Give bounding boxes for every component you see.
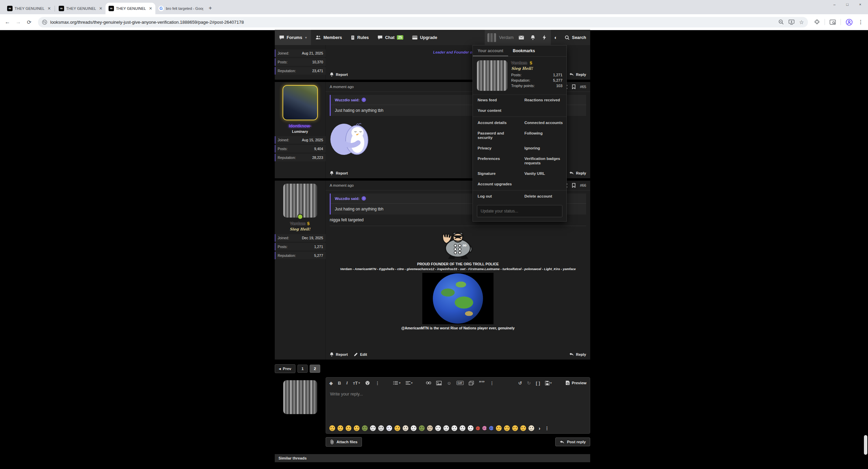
italic-icon[interactable]: I (346, 380, 348, 386)
forward-icon[interactable]: → (13, 19, 24, 25)
insert-image-icon[interactable] (436, 381, 442, 385)
avatar[interactable] (283, 380, 317, 414)
preview-button[interactable]: Preview (565, 381, 586, 385)
reply-input[interactable]: Write your reply... (326, 388, 590, 424)
bolt-icon[interactable] (541, 35, 548, 40)
emoji[interactable] (435, 425, 441, 431)
link-icon[interactable] (426, 382, 431, 384)
emoji[interactable] (346, 425, 351, 431)
browser-tab-1[interactable]: ∞ THEY GENUINELY JUST GIVE AN ✕ (4, 3, 54, 14)
reply-button[interactable]: Reply (569, 352, 586, 356)
report-button[interactable]: Report (330, 171, 348, 175)
more-tools-icon[interactable]: ⋮ (490, 381, 494, 386)
emoji[interactable] (528, 425, 534, 431)
nav-rules[interactable]: Rules (346, 30, 373, 45)
bbcode-icon[interactable]: [ ] (536, 381, 540, 386)
menu-item-signature[interactable]: Signature (473, 168, 520, 179)
menu-item-verification-badges[interactable]: Verification badges requests (520, 154, 566, 168)
undo-icon[interactable]: ↺ (518, 381, 522, 386)
nav-chat[interactable]: Chat 25 (373, 30, 408, 45)
username[interactable]: Idontknow- (289, 124, 311, 128)
post-number[interactable]: #66 (580, 183, 586, 187)
username[interactable]: Verdam$ (290, 221, 310, 226)
save-draft-icon[interactable]: ▾ (545, 381, 552, 385)
emoji[interactable] (427, 425, 433, 431)
emoji[interactable] (443, 425, 449, 431)
menu-item-vanity-url[interactable]: Vanity URL (520, 168, 566, 179)
profile-icon[interactable] (846, 19, 853, 26)
close-button[interactable]: × (854, 0, 867, 9)
emoji[interactable] (419, 425, 425, 431)
quote-jump-arrow-icon[interactable]: ↑ (362, 196, 366, 201)
smiley-icon[interactable]: ☺ (447, 381, 451, 386)
bookmark-icon[interactable] (572, 84, 576, 89)
zoom-out-icon[interactable] (778, 19, 784, 25)
emoji[interactable] (496, 425, 502, 431)
quote-icon[interactable]: ”” (479, 380, 485, 386)
emoji[interactable] (411, 425, 417, 431)
menu-item-preferences[interactable]: Preferences (473, 154, 520, 168)
emoji[interactable] (468, 425, 474, 431)
menu-item-connected-accounts[interactable]: Connected accounts (520, 118, 566, 128)
alerts-bell-icon[interactable] (529, 35, 537, 40)
tab-bookmarks[interactable]: Bookmarks (508, 45, 540, 56)
emoji[interactable] (329, 425, 335, 431)
username[interactable]: Verdam (511, 60, 527, 65)
page-1-button[interactable]: 1 (297, 365, 308, 373)
emoji[interactable] (370, 425, 376, 431)
post-reply-button[interactable]: Post reply (555, 437, 590, 446)
menu-item-ignoring[interactable]: Ignoring (520, 143, 566, 154)
emoji[interactable] (386, 425, 392, 431)
reply-button[interactable]: Reply (569, 73, 586, 77)
quote-jump-arrow-icon[interactable]: ↑ (362, 98, 366, 102)
status-update-input[interactable] (477, 205, 562, 217)
search-button[interactable]: Search (561, 35, 590, 40)
emoji[interactable] (394, 425, 400, 431)
emoji[interactable] (354, 425, 360, 431)
url-bar[interactable]: looksmax.org/threads/they-genuinely-just… (38, 17, 808, 27)
menu-item-your-content[interactable]: Your content (473, 105, 520, 116)
menu-item-following[interactable]: Following (520, 128, 566, 143)
browser-tab-3-active[interactable]: ∞ THEY GENUINELY JUST GIVE AN ✕ (105, 3, 155, 14)
emoji[interactable] (504, 425, 510, 431)
minimize-button[interactable]: – (828, 0, 841, 9)
reading-mode-icon[interactable] (830, 20, 836, 25)
emoji[interactable] (512, 425, 518, 431)
avatar[interactable] (477, 60, 507, 91)
emoji[interactable] (362, 425, 368, 431)
report-button[interactable]: Report (330, 72, 348, 77)
report-button[interactable]: Report (330, 352, 348, 356)
emoji[interactable] (378, 425, 384, 431)
menu-item-account-details[interactable]: Account details (473, 118, 520, 128)
emoji[interactable] (520, 425, 526, 431)
new-tab-button[interactable]: + (209, 5, 212, 12)
browser-tab-2[interactable]: ∞ THEY GENUINELY JUST GIVE AN ✕ (56, 3, 105, 14)
menu-item-delete-account[interactable]: Delete account (520, 191, 566, 202)
tab-close-icon[interactable]: ✕ (46, 6, 52, 11)
gif-icon[interactable]: GIF (457, 381, 464, 385)
tab-close-icon[interactable]: ✕ (98, 6, 103, 11)
page-2-button-current[interactable]: 2 (310, 365, 320, 373)
emoji[interactable] (460, 425, 465, 431)
back-icon[interactable]: ← (2, 19, 13, 25)
bookmark-star-icon[interactable]: ☆ (799, 19, 804, 25)
avatar[interactable] (283, 184, 317, 218)
menu-item-log-out[interactable]: Log out (473, 191, 520, 202)
emoji-more-icon[interactable]: ⋮ (545, 426, 549, 431)
avatar[interactable] (283, 85, 318, 120)
post-timestamp[interactable]: A moment ago (330, 183, 354, 187)
post-timestamp[interactable]: A moment ago (330, 85, 354, 89)
menu-item-reactions-received[interactable]: Reactions received (520, 95, 566, 105)
attach-files-button[interactable]: Attach files (326, 437, 362, 447)
reply-button[interactable]: Reply (569, 171, 586, 175)
reload-icon[interactable]: ⟳ (24, 19, 35, 25)
nav-upgrade[interactable]: Upgrade (408, 30, 442, 45)
align-icon[interactable]: ▾ (406, 381, 413, 385)
remove-format-icon[interactable]: ◆ (329, 381, 333, 386)
nav-forums[interactable]: Forums ▾ (275, 30, 311, 45)
emoji[interactable] (476, 426, 480, 430)
emoji-scroll-right-icon[interactable]: › (539, 425, 540, 431)
browser-menu-icon[interactable]: ⋮ (858, 19, 863, 25)
extensions-icon[interactable] (814, 19, 820, 25)
page-scrollbar-thumb[interactable] (864, 435, 867, 455)
